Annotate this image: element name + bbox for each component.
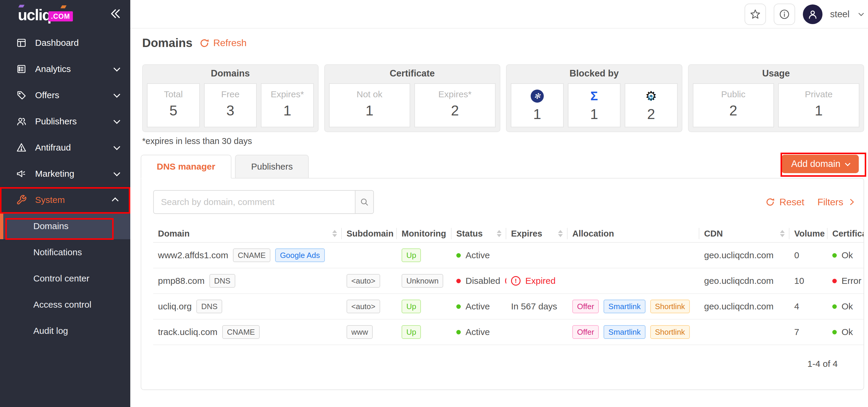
- sidebar-item-domains[interactable]: Domains: [0, 213, 130, 239]
- sidebar-item-analytics[interactable]: Analytics: [0, 56, 130, 82]
- column-header-volume: Volume: [789, 224, 828, 243]
- certificate-text: Ok: [841, 327, 853, 337]
- table-row[interactable]: www2.affds1.com CNAME Google Ads Up Acti…: [153, 243, 864, 269]
- sort-icon: [780, 230, 785, 237]
- certificate-dot: [832, 330, 837, 335]
- card-title: Usage: [689, 65, 864, 82]
- sidebar-item-offers[interactable]: Offers: [0, 82, 130, 108]
- record-type-tag: DNS: [196, 300, 222, 314]
- search-input[interactable]: [154, 191, 355, 213]
- logo-accent-orange: [60, 5, 66, 8]
- reset-label: Reset: [779, 197, 804, 208]
- refresh-button[interactable]: Refresh: [199, 37, 247, 49]
- chevron-down-icon: [845, 161, 850, 166]
- monitoring-tag: Up: [402, 248, 421, 262]
- sidebar-item-antifraud[interactable]: Antifraud: [0, 134, 130, 161]
- sidebar-item-access-control[interactable]: Access control: [0, 291, 130, 318]
- cdn-value: geo.ucliqcdn.com: [704, 250, 773, 260]
- record-type-tag: CNAME: [233, 248, 270, 262]
- certificate-text: Ok: [841, 250, 853, 260]
- logo-badge: .COM: [49, 11, 73, 22]
- column-header-expires[interactable]: Expires: [506, 224, 567, 243]
- certificate-dot: [832, 279, 837, 283]
- stat-cert-expires: Expires* 2: [414, 83, 496, 127]
- sidebar-subitem-label: Audit log: [33, 326, 68, 336]
- monitoring-tag: Up: [402, 325, 421, 339]
- add-domain-button[interactable]: Add domain: [781, 155, 859, 173]
- info-button[interactable]: [774, 4, 795, 25]
- allocation-tag-shortlink: Shortlink: [650, 325, 690, 339]
- tab-publishers[interactable]: Publishers: [235, 155, 309, 179]
- main-content: Domains Refresh Domains Total 5 Free 3 E…: [130, 29, 868, 407]
- user-avatar[interactable]: [803, 4, 823, 24]
- cdn-value: geo.ucliqcdn.com: [704, 302, 773, 312]
- subdomain-tag: <auto>: [346, 300, 380, 314]
- sidebar-item-label: Dashboard: [35, 38, 118, 48]
- marketing-icon: [16, 168, 27, 180]
- chevron-right-icon: [847, 198, 856, 206]
- sidebar-item-label: Marketing: [35, 169, 114, 179]
- domain-name: ucliq.org: [158, 302, 192, 312]
- certificate-text: Ok: [841, 302, 853, 312]
- table-row[interactable]: track.ucliq.com CNAME www Up Active Offe…: [153, 319, 864, 345]
- refresh-icon: [199, 38, 210, 49]
- certificate-text: Error: [841, 276, 862, 286]
- favorites-button[interactable]: [745, 4, 766, 25]
- table-row[interactable]: ucliq.org DNS <auto> Up Active In 567 da…: [153, 294, 864, 319]
- subdomain-tag: <auto>: [346, 274, 380, 288]
- sidebar-subitem-label: Notifications: [33, 247, 82, 257]
- reset-icon: [765, 197, 775, 207]
- sidebar-collapse-icon[interactable]: [109, 7, 122, 20]
- antifraud-icon: [16, 142, 27, 154]
- user-menu-chevron-icon[interactable]: [857, 10, 865, 18]
- google-ads-tag: Google Ads: [275, 248, 324, 262]
- record-type-tag: DNS: [209, 274, 235, 288]
- volume-value: 10: [794, 276, 804, 286]
- volume-value: 7: [794, 327, 799, 337]
- reset-button[interactable]: Reset: [765, 197, 804, 208]
- search-icon: [360, 197, 369, 207]
- info-icon: [779, 9, 790, 20]
- analytics-icon: [16, 63, 27, 75]
- table-header: Domain Subdomain Monitoring Status Expir…: [153, 224, 864, 243]
- stat-total: Total 5: [147, 83, 200, 127]
- column-header-monitoring: Monitoring: [397, 224, 452, 243]
- status-text: Active: [466, 302, 490, 312]
- wrench-icon: [16, 194, 27, 206]
- sidebar-item-label: System: [35, 195, 114, 205]
- tab-label: DNS manager: [157, 161, 215, 172]
- sidebar-item-publishers[interactable]: Publishers: [0, 108, 130, 134]
- stats-card-usage: Usage Public 2 Private 1: [688, 64, 864, 132]
- sidebar-item-audit-log[interactable]: Audit log: [0, 318, 130, 344]
- tab-dns-manager[interactable]: DNS manager: [141, 155, 231, 179]
- status-text: Active: [466, 250, 490, 260]
- stat-private: Private 1: [778, 83, 859, 127]
- username[interactable]: steel: [830, 9, 849, 20]
- sidebar-item-system[interactable]: System: [0, 187, 130, 213]
- dashboard-icon: [16, 37, 27, 49]
- column-header-certificate: Certificate: [828, 224, 864, 243]
- filters-button[interactable]: Filters: [817, 197, 856, 208]
- chevron-down-icon: [114, 144, 121, 150]
- sidebar-item-control-center[interactable]: Control center: [0, 265, 130, 291]
- ucliq-logo[interactable]: ucliq .COM: [18, 7, 73, 23]
- column-header-cdn[interactable]: CDN: [699, 224, 789, 243]
- refresh-label: Refresh: [213, 37, 247, 49]
- sidebar-item-notifications[interactable]: Notifications: [0, 239, 130, 265]
- stats-card-certificate: Certificate Not ok 1 Expires* 2: [324, 64, 501, 132]
- sidebar: ucliq .COM Dashboard Analytics O: [0, 0, 130, 407]
- stats-card-blocked-by: Blocked by ✻ 1 Σ 1 ⚙@ 2: [506, 64, 682, 132]
- sidebar-item-marketing[interactable]: Marketing: [0, 161, 130, 187]
- search-button[interactable]: [355, 191, 373, 213]
- column-header-status[interactable]: Status: [452, 224, 506, 243]
- stat-blocked-3: ⚙@ 2: [625, 83, 678, 127]
- table-row[interactable]: pmp88.com DNS <auto> Unknown Disabled! !…: [153, 269, 864, 294]
- volume-value: 4: [794, 302, 799, 312]
- sidebar-item-dashboard[interactable]: Dashboard: [0, 30, 130, 56]
- status-text: Disabled: [466, 276, 500, 286]
- stat-blocked-2: Σ 1: [568, 83, 621, 127]
- cdn-value: geo.ucliqcdn.com: [704, 276, 773, 286]
- column-header-domain[interactable]: Domain: [153, 224, 342, 243]
- subdomain-tag: www: [346, 325, 373, 339]
- sidebar-item-label: Analytics: [35, 64, 114, 74]
